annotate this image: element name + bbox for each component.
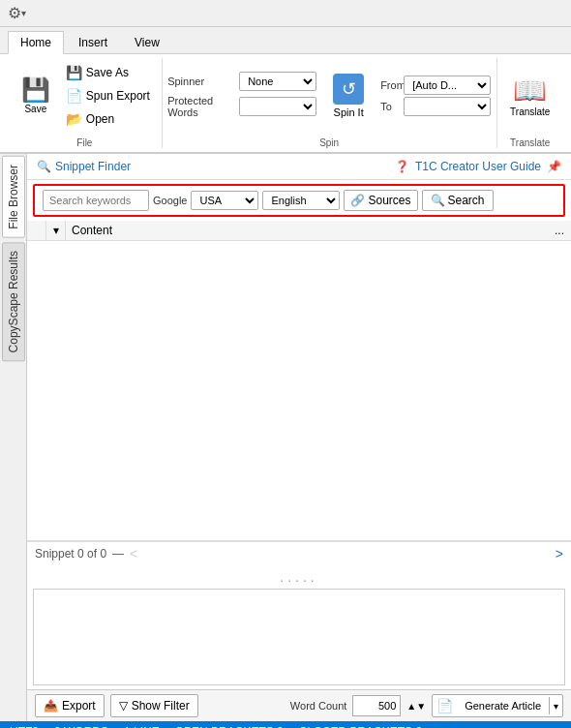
file-small-buttons: 💾 Save As 📄 Spun Export 📂 Open [61,62,155,130]
pagination-bar: Snippet 0 of 0 — < > [27,541,571,565]
ribbon: 💾 Save 💾 Save As 📄 Spun Export 📂 Open Fi… [0,54,571,154]
filter-icon: ▽ [119,699,128,713]
bottom-toolbar: 📤 Export ▽ Show Filter Word Count ▲▼ 📄 G… [27,689,571,721]
status-bar: UTF8 0 WORDS 1 LINE OPEN BRACKETS 0 CLOS… [0,721,571,728]
col-content: Content [66,221,548,240]
translate-group-content: 📖 Translate [504,58,556,134]
export-icon: 📤 [44,699,58,713]
protected-words-row: Protected Words [167,95,316,118]
generate-article-button[interactable]: 📄 Generate Article ▾ [432,694,563,717]
export-button[interactable]: 📤 Export [35,694,105,717]
tab-home[interactable]: Home [8,31,64,54]
spun-export-icon: 📄 [66,88,82,104]
tab-insert[interactable]: Insert [66,30,120,53]
snippet-header: 🔍 Snippet Finder ❓ T1C Creator User Guid… [27,154,571,180]
translate-group-label: Translate [510,134,550,148]
snippet-help: ❓ T1C Creator User Guide 📌 [395,160,561,173]
ribbon-group-translate: 📖 Translate Translate [497,58,563,148]
col-more[interactable]: ... [548,221,571,240]
save-as-icon: 💾 [66,65,82,80]
spun-export-button[interactable]: 📄 Spun Export [61,85,155,106]
save-icon: 💾 [21,78,50,102]
country-select[interactable]: USA UK Australia Canada [191,191,258,210]
pagination-separator: — [112,547,124,561]
col-checkbox [27,221,46,240]
gear-icon: ⚙ [8,4,21,22]
translate-label: Translate [510,106,550,117]
protected-words-select[interactable] [239,97,316,116]
help-link[interactable]: T1C Creator User Guide [415,160,541,173]
pin-icon: 📌 [547,160,561,173]
snippet-title: 🔍 Snippet Finder [37,160,131,173]
google-label: Google [153,195,187,206]
sources-icon: 🔗 [350,194,365,207]
main-content: File Browser CopyScape Results 🔍 Snippet… [0,154,571,721]
spin-it-icon: ↺ [333,74,364,105]
snippet-finder-search-icon: 🔍 [37,160,51,173]
open-button[interactable]: 📂 Open [61,108,155,130]
separator-dots: ..... [27,565,571,589]
tab-view[interactable]: View [122,30,172,53]
word-count-spinner-icon[interactable]: ▲▼ [406,701,426,712]
save-button[interactable]: 💾 Save [15,74,57,119]
sidebar-item-file-browser[interactable]: File Browser [2,156,25,238]
generate-icon: 📄 [433,698,457,713]
snippet-table: ▾ Content ... [27,221,571,541]
pagination-next[interactable]: > [556,546,563,561]
ribbon-group-spin: Spinner None Protected Words ↺ Spin It [163,58,497,148]
from-select[interactable]: [Auto D... [404,76,491,95]
translate-button[interactable]: 📖 Translate [504,71,556,121]
sources-button[interactable]: 🔗 Sources [344,190,417,211]
file-group-label: File [76,134,92,148]
open-icon: 📂 [66,111,82,127]
spin-group-content: Spinner None Protected Words ↺ Spin It [167,58,491,134]
word-count-input[interactable] [352,695,401,716]
snippet-finder-title: Snippet Finder [55,160,131,173]
help-question-icon: ❓ [395,160,409,173]
search-bar: Google USA UK Australia Canada English S… [33,184,565,217]
side-panel: File Browser CopyScape Results [0,154,27,721]
snippet-panel: 🔍 Snippet Finder ❓ T1C Creator User Guid… [27,154,571,721]
ribbon-tabs: Home Insert View [0,27,571,54]
sidebar-item-copyscape[interactable]: CopyScape Results [2,242,25,361]
table-header: ▾ Content ... [27,221,571,241]
from-label: From [380,79,400,91]
to-select[interactable] [404,97,491,116]
spin-controls: Spinner None Protected Words [167,72,316,120]
search-button[interactable]: 🔍 Search [422,190,494,211]
col-filter: ▾ [46,221,66,240]
pagination-text: Snippet 0 of 0 [35,547,106,561]
spinner-select[interactable]: None [239,72,316,91]
title-bar: ⚙ ▾ [0,0,571,27]
word-count-label: Word Count [290,700,347,712]
generate-dropdown-arrow[interactable]: ▾ [550,698,562,714]
protected-words-label: Protected Words [167,95,235,118]
spinner-row: Spinner None [167,72,316,91]
show-filter-button[interactable]: ▽ Show Filter [110,694,198,717]
language-select[interactable]: English Spanish French German [262,191,340,210]
to-label: To [380,101,400,112]
search-keywords-input[interactable] [43,190,149,211]
from-to-group: From [Auto D... To [380,76,491,116]
to-row: To [380,97,491,116]
generate-button-label: Generate Article [457,697,550,714]
pagination-prev[interactable]: < [130,546,137,561]
spin-it-button[interactable]: ↺ Spin It [324,69,373,123]
content-editor[interactable] [33,589,565,685]
save-label: Save [24,104,46,114]
spin-group-label: Spin [319,134,339,148]
from-row: From [Auto D... [380,76,491,95]
search-icon: 🔍 [431,194,445,207]
spin-it-label: Spin It [334,106,364,118]
spinner-label: Spinner [167,76,235,87]
translate-icon: 📖 [513,75,547,106]
file-group-content: 💾 Save 💾 Save As 📄 Spun Export 📂 Open [15,58,155,134]
save-as-button[interactable]: 💾 Save As [61,62,155,83]
title-bar-arrow[interactable]: ▾ [21,8,26,18]
ribbon-group-file: 💾 Save 💾 Save As 📄 Spun Export 📂 Open Fi… [8,58,163,148]
